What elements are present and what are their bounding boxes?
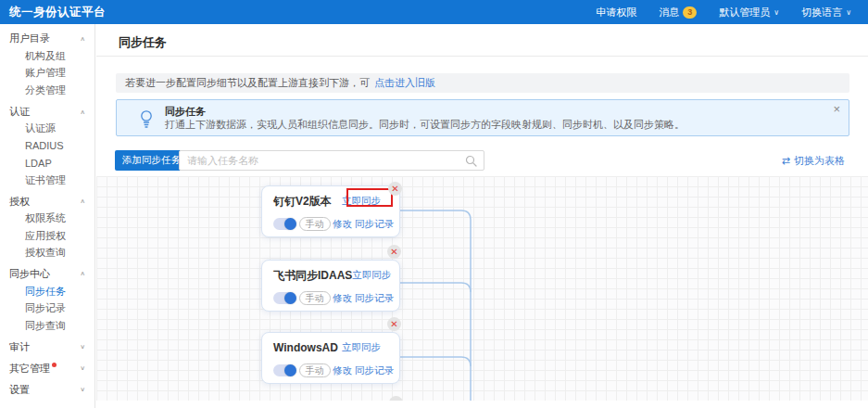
sidebar-item-label: RADIUS [25, 140, 64, 151]
delete-task-icon[interactable]: ✕ [387, 245, 401, 259]
sidebar-group-auth[interactable]: 认证 ∧ [0, 103, 94, 121]
sidebar-group-label: 同步中心 [9, 267, 80, 281]
delete-task-icon[interactable]: ✕ [387, 317, 401, 331]
edit-link[interactable]: 修改 [333, 292, 352, 305]
sidebar-item-label: 认证源 [25, 121, 56, 135]
sidebar-item-label: 机构及组 [25, 49, 66, 63]
admin-menu[interactable]: 默认管理员 ∨ [719, 6, 779, 19]
task-search-box [179, 150, 484, 171]
sidebar-item-ldap[interactable]: LDAP [0, 155, 94, 172]
connector-lines [96, 176, 868, 401]
search-icon [465, 155, 477, 167]
sync-task-card-feishu[interactable]: 飞书同步IDAAS 立即同步 手动 修改 同步记录 [261, 260, 400, 312]
sidebar-item-categories[interactable]: 分类管理 [0, 82, 94, 99]
sync-record-link[interactable]: 同步记录 [355, 292, 394, 305]
add-sync-task-button[interactable]: 添加同步任务 [115, 150, 188, 171]
notice-bar: 若要进一步配置同步细节以及配置上游直接到下游，可 点击进入旧版 [116, 73, 849, 93]
notice-text: 若要进一步配置同步细节以及配置上游直接到下游，可 [125, 76, 370, 90]
task-flow-canvas[interactable]: 钉钉V2版本 立即同步 手动 修改 同步记录 ✕ 飞书同步IDAAS 立即同步 [96, 176, 868, 401]
sync-record-link[interactable]: 同步记录 [355, 364, 394, 377]
chevron-down-icon: ∨ [80, 386, 85, 392]
delete-task-icon[interactable]: ✕ [388, 182, 402, 196]
sidebar-item-sync-tasks[interactable]: 同步任务 [0, 283, 94, 300]
apply-permission-link[interactable]: 申请权限 [596, 6, 636, 19]
info-title: 同步任务 [165, 105, 206, 119]
sidebar-item-radius[interactable]: RADIUS [0, 137, 94, 155]
messages-label: 消息 [659, 6, 679, 19]
sidebar-item-sync-records[interactable]: 同步记录 [0, 300, 94, 318]
main-content: 同步任务 若要进一步配置同步细节以及配置上游直接到下游，可 点击进入旧版 同步任… [96, 24, 868, 408]
chevron-up-icon: ∧ [80, 35, 85, 42]
sidebar-group-label: 设置 [9, 383, 80, 397]
header-divider [96, 56, 868, 57]
edit-link[interactable]: 修改 [333, 218, 352, 231]
admin-menu-label: 默认管理员 [719, 6, 770, 19]
sidebar-group-label: 审计 [9, 340, 80, 354]
close-icon[interactable]: × [833, 102, 840, 116]
language-menu[interactable]: 切换语言 ∨ [801, 6, 851, 19]
switch-view-icon: ⇄ [782, 155, 790, 167]
sidebar-group-label: 授权 [9, 195, 80, 209]
sync-now-link[interactable]: 立即同步 [352, 269, 391, 282]
task-title: 飞书同步IDAAS [273, 268, 352, 284]
sidebar-group-label: 用户目录 [9, 32, 80, 45]
sidebar-group-sync-center[interactable]: 同步中心 ∧ [0, 265, 94, 283]
enable-toggle[interactable] [273, 218, 296, 230]
legacy-version-link[interactable]: 点击进入旧版 [374, 76, 435, 90]
switch-to-table-button[interactable]: ⇄ 切换为表格 [782, 154, 845, 168]
sidebar-item-authorization-query[interactable]: 授权查询 [0, 245, 94, 262]
sidebar-item-accounts[interactable]: 账户管理 [0, 65, 94, 83]
chevron-up-icon: ∧ [80, 108, 85, 114]
sidebar-item-label: 权限系统 [25, 211, 66, 225]
switch-view-label: 切换为表格 [794, 154, 845, 168]
edit-link[interactable]: 修改 [333, 364, 352, 377]
chevron-up-icon: ∧ [80, 271, 85, 277]
sidebar-item-app-authorization[interactable]: 应用授权 [0, 227, 94, 245]
sidebar-group-label: 其它管理 [9, 362, 50, 376]
task-search-input[interactable] [180, 155, 465, 166]
sidebar-item-label: LDAP [25, 158, 52, 169]
chevron-up-icon: ∧ [80, 198, 85, 204]
sidebar-group-authorization[interactable]: 授权 ∧ [0, 193, 94, 210]
mode-tag: 手动 [299, 363, 331, 377]
sidebar-group-other-management[interactable]: 其它管理 ∨ [0, 360, 94, 377]
sidebar-item-orgs[interactable]: 机构及组 [0, 47, 94, 65]
chevron-down-icon: ∨ [80, 364, 85, 371]
messages-link[interactable]: 消息 3 [659, 6, 697, 19]
task-title: 钉钉V2版本 [273, 194, 332, 210]
enable-toggle[interactable] [273, 364, 296, 376]
chevron-down-icon: ∨ [846, 8, 851, 17]
info-description: 打通上下游数据源，实现人员和组织信息同步。同步时，可设置同步方的字段映射规则、同… [165, 118, 685, 132]
lightbulb-icon [137, 108, 156, 129]
notification-dot-icon [52, 363, 57, 367]
sidebar-group-audit[interactable]: 审计 ∨ [0, 338, 94, 356]
sidebar-item-permission-system[interactable]: 权限系统 [0, 210, 94, 228]
topbar: 统一身份认证平台 申请权限 消息 3 默认管理员 ∨ 切换语言 ∨ [0, 0, 868, 24]
chevron-down-icon: ∨ [80, 343, 85, 350]
sync-task-card-windowsad[interactable]: WindowsAD 立即同步 手动 修改 同步记录 [261, 332, 400, 384]
sidebar-item-certificates[interactable]: 证书管理 [0, 172, 94, 189]
sidebar-item-label: 同步查询 [25, 319, 66, 333]
sidebar-group-settings[interactable]: 设置 ∨ [0, 381, 94, 399]
sync-task-card-dingtalk[interactable]: 钉钉V2版本 立即同步 手动 修改 同步记录 [261, 185, 400, 237]
enable-toggle[interactable] [273, 292, 296, 304]
app-window: 统一身份认证平台 申请权限 消息 3 默认管理员 ∨ 切换语言 ∨ 用户目录 ∧… [0, 0, 868, 408]
sidebar-item-label: 账户管理 [25, 66, 66, 80]
apply-permission-label: 申请权限 [596, 6, 636, 19]
sync-record-link[interactable]: 同步记录 [355, 218, 394, 231]
sidebar-item-label: 同步任务 [25, 285, 66, 299]
mode-tag: 手动 [299, 217, 331, 231]
sidebar-group-user-directory[interactable]: 用户目录 ∧ [0, 30, 94, 47]
sidebar-item-label: 应用授权 [25, 229, 66, 243]
sidebar-item-auth-source[interactable]: 认证源 [0, 121, 94, 138]
sync-now-link[interactable]: 立即同步 [342, 341, 381, 354]
sidebar-item-sync-query[interactable]: 同步查询 [0, 317, 94, 335]
sidebar-item-label: 同步记录 [25, 301, 66, 315]
sidebar-item-label: 授权查询 [25, 246, 66, 260]
annotation-highlight-box [346, 188, 393, 207]
sidebar-item-label: 证书管理 [25, 173, 66, 187]
messages-count-badge: 3 [683, 6, 697, 19]
sidebar-item-label: 分类管理 [25, 83, 66, 97]
chevron-down-icon: ∨ [774, 8, 779, 17]
sidebar-group-label: 认证 [9, 105, 80, 119]
